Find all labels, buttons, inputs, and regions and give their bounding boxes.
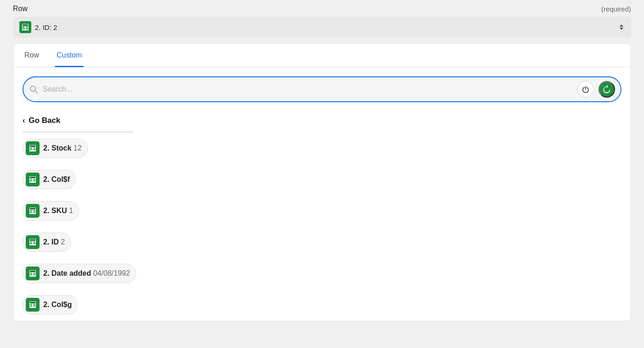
sheet-icon-stock — [26, 141, 40, 155]
svg-rect-36 — [33, 243, 35, 244]
item-label-date: 2. Date added 04/08/1992 — [43, 269, 130, 278]
svg-rect-35 — [30, 243, 32, 244]
go-back-label: Go Back — [29, 116, 60, 125]
main-panel: Row Custom — [13, 43, 631, 321]
svg-rect-47 — [30, 304, 32, 305]
svg-rect-49 — [30, 306, 32, 307]
item-chip-date[interactable]: 2. Date added 04/08/1992 — [23, 264, 136, 283]
list-item[interactable]: 2. Date added 04/08/1992 — [23, 258, 621, 290]
svg-rect-41 — [33, 273, 35, 274]
item-label-stock: 2. Stock 12 — [43, 144, 82, 152]
item-chip-colg[interactable]: 2. Col$g — [23, 295, 78, 314]
svg-rect-43 — [33, 274, 35, 275]
tabs-container: Row Custom — [13, 44, 631, 67]
sheet-icon-colg — [26, 298, 40, 312]
search-input[interactable] — [43, 85, 573, 93]
row-selector-value: 2. ID: 2 — [19, 21, 57, 33]
svg-rect-3 — [23, 26, 25, 28]
sheet-icon-date — [26, 267, 40, 280]
svg-line-8 — [35, 91, 37, 93]
svg-rect-6 — [26, 28, 28, 29]
sheet-icon-colf — [26, 173, 40, 186]
item-label-sku: 2. SKU 1 — [43, 207, 73, 215]
content-area: ‹ Go Back — [13, 110, 631, 321]
outer-container: Row (required) 2. ID: 2 — [0, 0, 644, 348]
list-item[interactable]: 2. ID 2 — [23, 227, 621, 258]
svg-rect-19 — [30, 179, 32, 180]
list-item[interactable]: 2. Col$f — [23, 164, 621, 196]
power-button[interactable] — [577, 81, 594, 98]
row-selector-value-text: 2. ID: 2 — [35, 23, 57, 31]
list-item[interactable]: 2. SKU 1 — [23, 196, 621, 227]
svg-rect-46 — [30, 302, 35, 303]
list-container: 2. Stock 12 — [23, 133, 621, 321]
svg-rect-22 — [33, 180, 35, 181]
g-button[interactable] — [598, 81, 615, 98]
list-item[interactable]: 2. Col$g — [23, 290, 621, 321]
svg-rect-34 — [33, 242, 35, 243]
item-chip-id[interactable]: 2. ID 2 — [23, 232, 71, 252]
svg-rect-50 — [33, 306, 35, 307]
tab-custom[interactable]: Custom — [55, 44, 84, 67]
list-item[interactable]: 2. Stock 12 — [23, 133, 621, 164]
svg-rect-40 — [30, 273, 32, 274]
search-icon — [29, 85, 38, 94]
item-label-colg: 2. Col$g — [43, 301, 72, 309]
svg-rect-39 — [30, 271, 35, 272]
svg-rect-33 — [30, 242, 32, 243]
svg-rect-12 — [30, 148, 32, 149]
sheet-icon-sku — [26, 204, 40, 218]
required-label: (required) — [601, 5, 631, 13]
svg-rect-26 — [30, 210, 32, 211]
partial-divider — [23, 132, 621, 132]
svg-rect-18 — [30, 177, 35, 178]
svg-rect-48 — [33, 304, 35, 305]
sheet-icon-row-selector — [19, 21, 31, 33]
svg-rect-32 — [30, 239, 35, 241]
svg-rect-28 — [30, 212, 32, 213]
svg-rect-11 — [30, 145, 35, 147]
item-chip-sku[interactable]: 2. SKU 1 — [23, 201, 79, 220]
item-label-id: 2. ID 2 — [43, 238, 65, 246]
svg-rect-2 — [23, 24, 28, 26]
svg-rect-25 — [30, 208, 35, 209]
svg-rect-21 — [30, 180, 32, 181]
svg-rect-20 — [33, 179, 35, 180]
row-label-line: Row (required) — [13, 5, 631, 13]
go-back-button[interactable]: ‹ Go Back — [23, 110, 621, 132]
tab-row[interactable]: Row — [23, 44, 41, 67]
svg-rect-29 — [33, 212, 35, 213]
svg-rect-27 — [33, 210, 35, 211]
row-label: Row — [13, 5, 28, 13]
svg-rect-4 — [26, 26, 28, 28]
item-chip-stock[interactable]: 2. Stock 12 — [23, 139, 88, 158]
svg-rect-13 — [33, 148, 35, 149]
svg-rect-5 — [23, 28, 25, 29]
item-chip-colf[interactable]: 2. Col$f — [23, 170, 76, 189]
sheet-icon-id — [26, 235, 40, 249]
item-label-colf: 2. Col$f — [43, 175, 70, 184]
svg-rect-42 — [30, 274, 32, 275]
row-selector-box[interactable]: 2. ID: 2 — [13, 17, 631, 38]
svg-rect-14 — [30, 149, 32, 150]
spinner-arrows[interactable] — [618, 23, 625, 31]
svg-rect-15 — [33, 149, 35, 150]
row-selector-section: Row (required) 2. ID: 2 — [0, 0, 644, 43]
search-box — [23, 76, 621, 102]
search-area — [13, 67, 631, 110]
chevron-left-icon: ‹ — [23, 116, 25, 125]
